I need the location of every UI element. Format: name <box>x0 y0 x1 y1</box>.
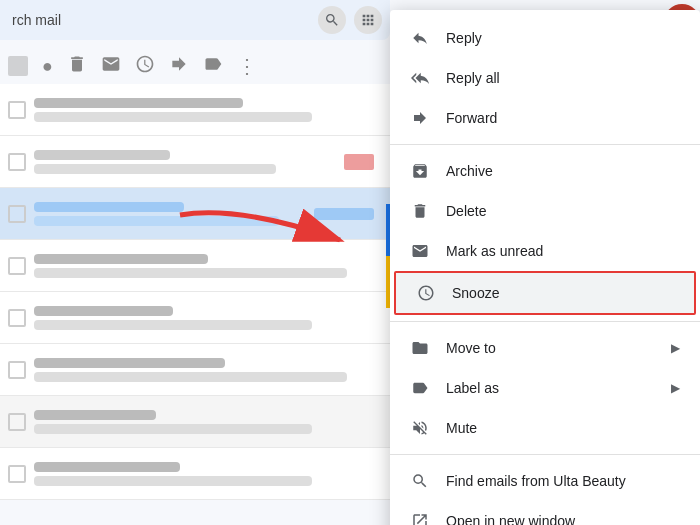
row-checkbox[interactable] <box>8 465 26 483</box>
important-icon[interactable]: ● <box>42 56 53 77</box>
menu-divider <box>390 321 700 322</box>
email-content <box>34 410 382 434</box>
snooze-icon <box>416 283 436 303</box>
mute-label: Mute <box>446 420 680 436</box>
search-menu-icon <box>410 471 430 491</box>
menu-divider <box>390 454 700 455</box>
email-sender <box>34 98 243 108</box>
menu-item-mark-unread[interactable]: Mark as unread <box>390 231 700 271</box>
email-sender <box>34 358 225 368</box>
email-subject <box>34 164 276 174</box>
submenu-arrow: ▶ <box>671 381 680 395</box>
email-row[interactable] <box>0 344 390 396</box>
email-sender <box>34 410 156 420</box>
row-checkbox[interactable] <box>8 101 26 119</box>
menu-item-archive[interactable]: Archive <box>390 151 700 191</box>
forward-icon <box>410 108 430 128</box>
open-new-window-icon <box>410 511 430 525</box>
row-checkbox[interactable] <box>8 153 26 171</box>
menu-item-snooze[interactable]: Snooze <box>394 271 696 315</box>
mark-unread-icon <box>410 241 430 261</box>
mark-unread-label: Mark as unread <box>446 243 680 259</box>
email-tag <box>344 154 374 170</box>
email-row[interactable] <box>0 396 390 448</box>
search-icon-top[interactable] <box>318 6 346 34</box>
open-new-window-label: Open in new window <box>446 513 680 525</box>
menu-item-move-to[interactable]: Move to ▶ <box>390 328 700 368</box>
toolbar: ● ⋮ <box>0 48 390 84</box>
delete-icon[interactable] <box>67 54 87 78</box>
row-checkbox[interactable] <box>8 205 26 223</box>
row-checkbox[interactable] <box>8 361 26 379</box>
search-text: rch mail <box>12 12 61 28</box>
submenu-arrow: ▶ <box>671 341 680 355</box>
delete-label: Delete <box>446 203 680 219</box>
row-checkbox[interactable] <box>8 257 26 275</box>
reply-all-icon <box>410 68 430 88</box>
forward-label: Forward <box>446 110 680 126</box>
email-subject <box>34 112 312 122</box>
email-content <box>34 462 382 486</box>
delete-menu-icon <box>410 201 430 221</box>
menu-item-forward[interactable]: Forward <box>390 98 700 138</box>
menu-item-reply[interactable]: Reply <box>390 18 700 58</box>
email-row[interactable] <box>0 84 390 136</box>
find-emails-label: Find emails from Ulta Beauty <box>446 473 680 489</box>
move-to-label: Move to <box>446 340 655 356</box>
email-row[interactable] <box>0 448 390 500</box>
menu-item-mute[interactable]: Mute <box>390 408 700 448</box>
archive-label: Archive <box>446 163 680 179</box>
mark-read-icon[interactable] <box>101 54 121 78</box>
email-content <box>34 98 382 122</box>
email-sender <box>34 150 170 160</box>
label-as-icon <box>410 378 430 398</box>
menu-item-delete[interactable]: Delete <box>390 191 700 231</box>
grid-icon-top[interactable] <box>354 6 382 34</box>
email-content <box>34 358 382 382</box>
top-right-icons <box>310 0 390 40</box>
label-as-label: Label as <box>446 380 655 396</box>
menu-divider <box>390 144 700 145</box>
forward-toolbar-icon[interactable] <box>169 54 189 78</box>
red-arrow <box>160 195 380 275</box>
reply-label: Reply <box>446 30 680 46</box>
more-options-icon[interactable]: ⋮ <box>237 54 257 78</box>
email-row[interactable] <box>0 136 390 188</box>
menu-item-open-new-window[interactable]: Open in new window <box>390 501 700 525</box>
reply-all-label: Reply all <box>446 70 680 86</box>
email-sender <box>34 306 173 316</box>
menu-item-reply-all[interactable]: Reply all <box>390 58 700 98</box>
snooze-label: Snooze <box>452 285 674 301</box>
archive-icon <box>410 161 430 181</box>
row-checkbox[interactable] <box>8 309 26 327</box>
email-subject <box>34 476 312 486</box>
label-toolbar-icon[interactable] <box>203 54 223 78</box>
email-subject <box>34 424 312 434</box>
email-content <box>34 150 336 174</box>
select-all-checkbox[interactable] <box>8 56 28 76</box>
mute-icon <box>410 418 430 438</box>
snooze-toolbar-icon[interactable] <box>135 54 155 78</box>
email-subject <box>34 320 312 330</box>
email-content <box>34 306 382 330</box>
move-to-icon <box>410 338 430 358</box>
context-menu: Reply Reply all Forward Archive Delete M… <box>390 10 700 525</box>
email-subject <box>34 372 347 382</box>
row-checkbox[interactable] <box>8 413 26 431</box>
menu-item-label-as[interactable]: Label as ▶ <box>390 368 700 408</box>
reply-icon <box>410 28 430 48</box>
email-sender <box>34 462 180 472</box>
email-list <box>0 84 390 525</box>
email-row[interactable] <box>0 292 390 344</box>
menu-item-find-emails[interactable]: Find emails from Ulta Beauty <box>390 461 700 501</box>
